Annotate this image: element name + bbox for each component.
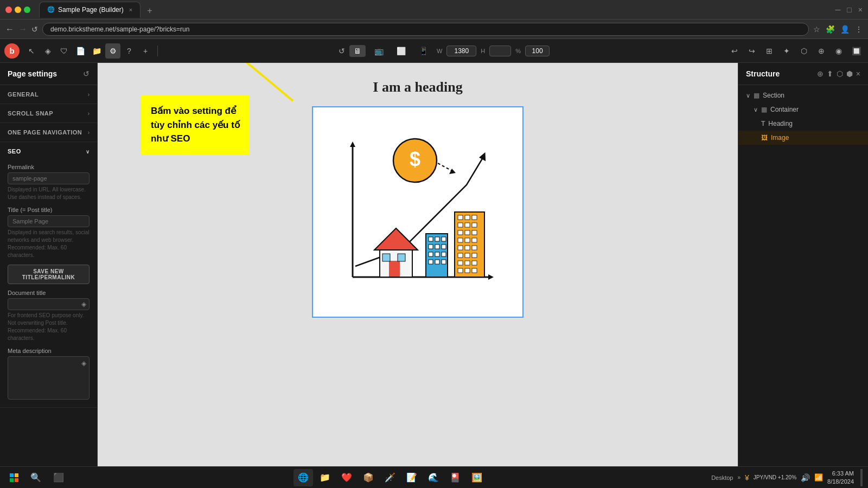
close-window-icon[interactable]: ×	[858, 5, 863, 14]
tree-item-heading[interactable]: T Heading	[738, 117, 868, 131]
taskbar-app-5[interactable]: 🌊	[424, 469, 443, 486]
seo-chevron: ∨	[86, 149, 90, 155]
toolbar-icon-help[interactable]: ?	[122, 43, 137, 59]
taskbar-app-1[interactable]: ❤️	[337, 469, 356, 486]
desktop-btn[interactable]: 🖥	[349, 45, 366, 57]
brand-logo[interactable]: b	[4, 43, 20, 59]
pct-input[interactable]	[525, 46, 550, 56]
taskbar-app-7[interactable]: 🖼️	[467, 469, 487, 486]
tree-item-section[interactable]: ∨ ▦ Section	[738, 88, 868, 102]
start-btn[interactable]	[5, 469, 23, 486]
svg-rect-58	[15, 478, 18, 482]
section-collapse-icon[interactable]: ∨	[746, 92, 750, 99]
meta-desc-icon[interactable]: ◈	[81, 359, 86, 367]
taskbar-app-6[interactable]: 🎴	[445, 469, 465, 486]
currency-icon[interactable]: ¥	[745, 473, 749, 482]
container-collapse-icon[interactable]: ∨	[754, 106, 758, 113]
toolbar-right: ↩ ↪ ⊞ ✦ ⬡ ⊕ ◉ 🔲	[727, 43, 864, 59]
svg-rect-14	[382, 254, 390, 261]
layers-icon[interactable]: ⊞	[762, 43, 777, 59]
doc-title-input[interactable]	[8, 298, 90, 310]
close-panel-icon[interactable]: ×	[856, 69, 860, 78]
taskbar-app-4[interactable]: 📝	[402, 469, 422, 486]
active-tab[interactable]: 🌐 Sample Page (Builder) ×	[39, 2, 141, 18]
btn-close[interactable]	[5, 7, 12, 13]
url-field[interactable]: demo.brickstheme.net/sample-page/?bricks…	[42, 23, 809, 36]
network-icon[interactable]: 📶	[814, 473, 823, 481]
svg-marker-5	[350, 142, 355, 147]
back-btn[interactable]: ←	[5, 24, 14, 34]
toolbar-icon-frame[interactable]: ◈	[40, 43, 55, 59]
volume-icon[interactable]: 🔊	[801, 473, 810, 482]
one-page-nav-section-header[interactable]: ONE PAGE NAVIGATION ›	[0, 123, 97, 142]
redo-icon[interactable]: ↪	[744, 43, 760, 59]
general-label: GENERAL	[8, 91, 39, 98]
svg-rect-56	[15, 473, 18, 477]
doc-title-icon[interactable]: ◈	[81, 300, 86, 308]
tab-title: Sample Page (Builder)	[58, 6, 124, 14]
svg-rect-45	[458, 253, 463, 258]
svg-rect-44	[472, 246, 477, 250]
extensions-icon[interactable]: 🧩	[826, 25, 835, 34]
expand-tray-icon[interactable]: »	[737, 474, 741, 480]
forward-btn[interactable]: →	[18, 24, 27, 34]
meta-desc-input[interactable]	[8, 356, 90, 400]
taskbar-search[interactable]: 🔍	[26, 469, 46, 486]
image-container[interactable]: $	[312, 106, 524, 318]
tablet-btn[interactable]: ⬜	[392, 45, 410, 57]
general-chevron: ›	[88, 92, 90, 98]
global-icon[interactable]: ✦	[779, 43, 794, 59]
menu-icon[interactable]: ⋮	[855, 25, 863, 34]
tab-close-icon[interactable]: ×	[129, 7, 132, 13]
svg-rect-21	[435, 245, 439, 249]
toolbar-icon-panel[interactable]: 🛡	[56, 43, 72, 59]
browser-actions: ☆ 🧩 👤 ⋮	[813, 25, 863, 34]
btn-maximize[interactable]	[24, 7, 30, 13]
reset-btn[interactable]: ↺	[339, 47, 345, 55]
general-section-header[interactable]: GENERAL ›	[0, 85, 97, 104]
taskbar-app-3[interactable]: 🗡️	[380, 469, 400, 486]
toolbar-icon-pages[interactable]: 📄	[73, 43, 88, 59]
taskbar-system-tray: Desktop » ¥ JPY/VND +1.20% 🔊 📶 6:33 AM 8…	[711, 469, 863, 486]
sidebar-reset-icon[interactable]: ↺	[83, 69, 90, 78]
tree-item-image[interactable]: 🖼 Image	[738, 131, 868, 145]
show-desktop-btn[interactable]	[860, 469, 863, 486]
height-input[interactable]	[489, 46, 511, 56]
scroll-snap-section-header[interactable]: SCROLL SNAP ›	[0, 104, 97, 123]
svg-rect-25	[442, 252, 446, 256]
undo-icon[interactable]: ↩	[727, 43, 742, 59]
tree-item-container[interactable]: ∨ ▦ Container	[738, 102, 868, 117]
svg-rect-20	[429, 245, 433, 249]
taskbar-taskview[interactable]: ⬛	[49, 469, 68, 486]
height-label: H	[481, 48, 485, 54]
restore-icon[interactable]: □	[847, 5, 851, 14]
external-icon[interactable]: ⊕	[814, 43, 829, 59]
new-tab-btn[interactable]: +	[143, 4, 156, 18]
title-input[interactable]	[8, 215, 90, 227]
expand-icon[interactable]: ⬢	[846, 69, 853, 78]
taskbar-app-files[interactable]: 📁	[315, 469, 335, 486]
responsive-icon[interactable]: ⬡	[796, 43, 812, 59]
width-input[interactable]	[446, 46, 476, 56]
save-permalink-btn[interactable]: SAVE NEW TITLE/PERMALINK	[8, 265, 90, 284]
toolbar-icon-templates[interactable]: 📁	[89, 43, 104, 59]
grid-icon[interactable]: ⬡	[837, 69, 843, 78]
bookmark-icon[interactable]: ☆	[813, 25, 820, 34]
minimize-icon[interactable]: ─	[835, 5, 840, 14]
permalink-input[interactable]	[8, 172, 90, 184]
upload-icon[interactable]: ⬆	[827, 69, 833, 78]
toolbar-icon-settings[interactable]: ⚙	[105, 43, 120, 59]
taskbar-app-chrome[interactable]: 🌐	[293, 469, 313, 486]
toolbar-icon-add[interactable]: +	[138, 43, 153, 59]
mobile-btn[interactable]: 📱	[414, 45, 432, 57]
reload-btn[interactable]: ↺	[31, 25, 38, 34]
add-element-icon[interactable]: ⊕	[817, 69, 824, 78]
seo-section-header[interactable]: SEO ∨	[0, 142, 97, 160]
taskbar-app-2[interactable]: 📦	[359, 469, 378, 486]
large-screen-btn[interactable]: 📺	[370, 45, 388, 57]
save-icon[interactable]: 🔲	[848, 43, 864, 59]
preview-icon[interactable]: ◉	[831, 43, 846, 59]
toolbar-icon-select[interactable]: ↖	[24, 43, 39, 59]
btn-minimize[interactable]	[15, 7, 21, 13]
profile-icon[interactable]: 👤	[840, 25, 850, 34]
